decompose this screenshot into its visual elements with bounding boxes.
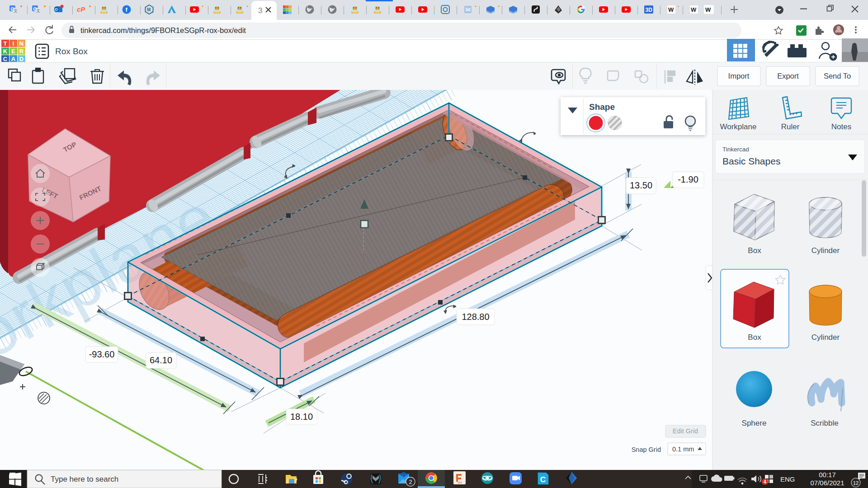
svg-text:13.50: 13.50 [630,180,652,190]
svg-text:Notes: Notes [831,122,851,131]
svg-text:Cylinder: Cylinder [811,246,840,255]
svg-text:tinkercad.com/things/9FBOR1eSG: tinkercad.com/things/9FBOR1eSGpR-rox-box… [80,26,246,34]
svg-text:K: K [3,48,8,55]
svg-text:07/06/2021: 07/06/2021 [810,479,844,487]
svg-text:3D: 3D [646,7,653,13]
svg-text:R: R [19,48,24,55]
svg-text:12: 12 [853,480,859,486]
svg-text:Ruler: Ruler [781,122,800,131]
svg-text:Box: Box [748,333,761,342]
svg-text:O: O [55,7,58,12]
svg-text:360: 360 [458,481,462,484]
svg-text:128.80: 128.80 [462,312,489,322]
svg-text:M: M [147,7,151,12]
svg-text:3: 3 [258,6,262,15]
svg-text:W: W [705,6,711,13]
svg-text:0.1 mm: 0.1 mm [672,446,694,453]
svg-text:D: D [19,56,24,62]
svg-text:W: W [668,6,674,13]
svg-text:C: C [3,56,8,62]
svg-text:E: E [11,48,15,55]
svg-text:W: W [691,6,697,13]
svg-text:Send To: Send To [824,72,851,80]
svg-text:ENG: ENG [780,475,795,483]
svg-text:18.10: 18.10 [290,412,313,422]
svg-text:Cylinder: Cylinder [811,333,840,342]
svg-text:Tinkercad: Tinkercad [722,146,749,153]
svg-text:Sphere: Sphere [742,419,767,427]
svg-text:文: 文 [36,9,40,13]
svg-text:4: 4 [764,479,766,484]
svg-text:文: 文 [14,9,18,13]
svg-text:T: T [4,40,7,47]
svg-text:C: C [540,475,546,484]
svg-text:I: I [13,40,14,47]
svg-text:64.10: 64.10 [150,355,172,365]
svg-text:Scribble: Scribble [811,419,838,427]
svg-text:Type here to search: Type here to search [51,475,118,483]
svg-text:Import: Import [728,72,750,80]
svg-text:cP: cP [77,5,85,13]
svg-text:Export: Export [777,72,799,80]
svg-text:A: A [11,56,16,62]
svg-text:f: f [126,6,128,13]
svg-text:00:17: 00:17 [819,471,836,479]
svg-text:-1.90: -1.90 [678,174,698,184]
svg-text:Edit Grid: Edit Grid [673,427,698,435]
svg-text:N: N [19,40,24,47]
svg-text:3d: 3d [465,7,471,12]
svg-text:Basic Shapes: Basic Shapes [722,156,780,166]
svg-text:Shape: Shape [589,102,615,112]
svg-text:Workplane: Workplane [720,122,757,131]
svg-text:Box: Box [748,246,761,255]
svg-text:Snap Grid: Snap Grid [632,446,661,453]
svg-text:2: 2 [409,479,412,485]
svg-text:-93.60: -93.60 [89,349,115,359]
svg-text:Rox Box: Rox Box [55,47,88,56]
